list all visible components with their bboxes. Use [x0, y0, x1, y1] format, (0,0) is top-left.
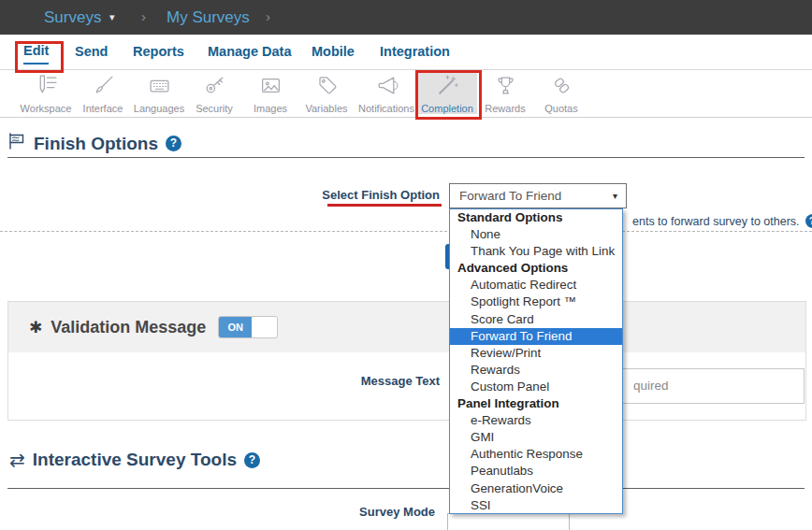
- tab-reports[interactable]: Reports: [133, 35, 184, 68]
- survey-mode-label: Survey Mode: [309, 505, 435, 519]
- section-divider: [7, 488, 805, 489]
- tab-edit[interactable]: Edit: [23, 35, 49, 64]
- dropdown-option[interactable]: Peanutlabs: [450, 463, 622, 480]
- toolbar-item-label: Interface: [83, 103, 123, 114]
- select-arrow-icon: ▾: [613, 184, 617, 208]
- megaphone-icon: [375, 74, 399, 101]
- toolbar-item-quotas[interactable]: Quotas: [531, 71, 591, 114]
- toolbar-item-interface[interactable]: Interface: [73, 71, 133, 114]
- dropdown-group-header: Panel Integration: [450, 395, 622, 412]
- validation-message-title: Validation Message: [51, 318, 206, 337]
- page: Surveys ▾ › My Surveys › Edit Send Repor…: [0, 0, 812, 530]
- survey-mode-select[interactable]: [447, 513, 570, 530]
- toolbar-item-label: Images: [254, 103, 287, 114]
- dropdown-option[interactable]: Automatic Redirect: [450, 277, 622, 294]
- tab-integration[interactable]: Integration: [380, 35, 450, 68]
- toolbar-item-label: Notifications: [358, 103, 414, 114]
- main-tab-bar: Edit Send Reports Manage Data Mobile Int…: [0, 35, 812, 70]
- annotation-select-label-underline: [327, 204, 442, 207]
- tab-send[interactable]: Send: [75, 35, 108, 68]
- select-finish-option-label: Select Finish Option: [309, 188, 440, 202]
- breadcrumb-separator-icon: ›: [266, 0, 270, 35]
- dropdown-option[interactable]: Authentic Response: [450, 446, 622, 463]
- dashed-divider: [0, 231, 812, 232]
- toolbar-item-rewards[interactable]: Rewards: [475, 71, 535, 114]
- interactive-survey-tools-heading: ⇄ Interactive Survey Tools: [9, 449, 260, 471]
- dropdown-option[interactable]: None: [450, 226, 622, 243]
- dropdown-group-header: Advanced Options: [450, 260, 622, 277]
- tab-manage-data[interactable]: Manage Data: [208, 35, 291, 68]
- toolbar-item-languages[interactable]: Languages: [129, 71, 189, 114]
- dropdown-option[interactable]: GenerationVoice: [450, 480, 622, 497]
- top-navigation-bar: Surveys ▾ › My Surveys ›: [0, 0, 812, 35]
- finish-option-select[interactable]: Forward To Friend ▾: [449, 183, 627, 208]
- asterisk-icon: ✱: [29, 318, 42, 337]
- brush-icon: [92, 74, 115, 101]
- toolbar-item-notifications[interactable]: Notifications: [356, 71, 416, 114]
- dropdown-option[interactable]: e-Rewards: [450, 412, 622, 429]
- toggle-on-label: ON: [219, 317, 252, 337]
- toolbar-item-security[interactable]: Security: [184, 71, 244, 114]
- keyboard-icon: [148, 74, 171, 101]
- pencil-list-icon: [35, 74, 58, 101]
- key-icon: [203, 74, 226, 101]
- interactive-survey-tools-title: Interactive Survey Tools: [33, 450, 237, 470]
- dropdown-option[interactable]: Forward To Friend: [450, 328, 622, 345]
- finish-option-listbox: Standard OptionsNoneThank You Page with …: [449, 208, 623, 514]
- validation-message-header: ✱ Validation Message ON: [8, 302, 805, 352]
- help-icon[interactable]: [166, 136, 181, 151]
- toolbar-item-workspace[interactable]: Workspace: [16, 71, 76, 114]
- toolbar-item-label: Variables: [305, 103, 347, 114]
- toolbar-item-completion[interactable]: Completion: [417, 71, 477, 114]
- breadcrumb-separator-icon: ›: [141, 0, 146, 35]
- trophy-icon: [494, 74, 517, 101]
- dropdown-option[interactable]: Rewards: [450, 362, 622, 379]
- dropdown-option[interactable]: GMI: [450, 429, 622, 446]
- picture-icon: [259, 74, 283, 101]
- validation-message-toggle[interactable]: ON: [218, 316, 278, 338]
- magic-wand-icon: [436, 74, 459, 101]
- chain-links-icon: [550, 74, 573, 101]
- toolbar-item-label: Quotas: [544, 103, 577, 114]
- finish-option-select-value: Forward To Friend: [459, 189, 561, 203]
- dropdown-option[interactable]: Review/Print: [450, 345, 622, 362]
- toolbar-item-images[interactable]: Images: [240, 71, 300, 114]
- dropdown-option[interactable]: Custom Panel: [450, 379, 622, 395]
- section-divider: [7, 157, 805, 158]
- finish-options-title: Finish Options: [34, 134, 158, 154]
- dropdown-option[interactable]: Thank You Page with Link: [450, 243, 622, 260]
- finish-option-description: ents to forward survey to others.: [632, 214, 812, 228]
- flag-icon: [7, 132, 26, 155]
- edit-toolbar: Workspace Interface Languages Security I…: [0, 70, 812, 118]
- finish-options-heading: Finish Options: [7, 132, 181, 155]
- chevron-down-icon[interactable]: ▾: [109, 0, 115, 35]
- breadcrumb-surveys-menu[interactable]: Surveys: [44, 0, 101, 35]
- help-icon[interactable]: [244, 452, 260, 468]
- message-text-label: Message Text: [309, 374, 440, 388]
- toolbar-item-variables[interactable]: Variables: [297, 71, 356, 114]
- toolbar-item-label: Security: [196, 103, 233, 114]
- description-text: ents to forward survey to others.: [632, 215, 800, 228]
- toolbar-item-label: Workspace: [21, 103, 72, 114]
- toolbar-item-label: Completion: [421, 103, 473, 114]
- dropdown-option[interactable]: Score Card: [450, 311, 622, 328]
- toolbar-item-label: Rewards: [485, 103, 525, 114]
- toolbar-item-label: Languages: [134, 103, 184, 114]
- breadcrumb-my-surveys[interactable]: My Surveys: [167, 0, 250, 35]
- dropdown-group-header: Standard Options: [450, 209, 622, 226]
- tag-icon: [315, 74, 339, 101]
- dropdown-option[interactable]: Spotlight Report ™: [450, 294, 622, 310]
- swap-arrows-icon: ⇄: [9, 449, 25, 471]
- dropdown-option[interactable]: SSI: [450, 497, 622, 514]
- help-icon[interactable]: [805, 214, 812, 228]
- tab-mobile[interactable]: Mobile: [312, 35, 355, 68]
